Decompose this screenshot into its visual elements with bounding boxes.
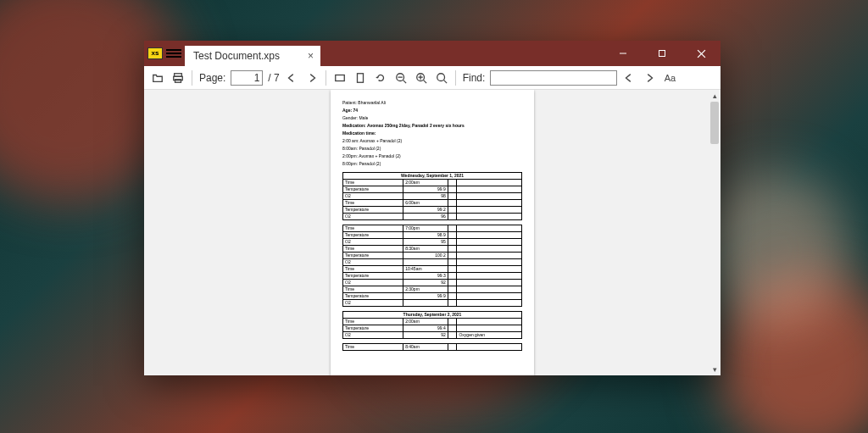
- document-page: Patient: Bhanwarilal Ali Age: 74 Gender:…: [331, 90, 534, 375]
- zoom-actual-icon[interactable]: [433, 69, 450, 86]
- titlebar: xs Test Document.xps ×: [144, 41, 721, 66]
- print-icon[interactable]: [170, 69, 186, 86]
- match-case-icon[interactable]: Aa: [661, 69, 678, 86]
- open-icon[interactable]: [149, 69, 166, 86]
- toolbar: Page: 1 / 7 Find:: [144, 66, 721, 90]
- toolbar-divider: [326, 70, 326, 86]
- gender-line: Gender: Male: [342, 115, 522, 121]
- zoom-out-icon[interactable]: [392, 69, 409, 86]
- window-controls: [604, 41, 721, 66]
- next-page-icon[interactable]: [303, 69, 320, 86]
- page-total: / 7: [268, 72, 279, 84]
- minimize-button[interactable]: [604, 41, 643, 66]
- svg-line-10: [403, 80, 406, 83]
- vitals-table: Wednesday, September 1, 2021 Time2:00am …: [342, 172, 522, 351]
- med-t1: 2:00 am: Avomax + Panadol (2): [342, 138, 522, 144]
- app-icon: xs: [147, 47, 163, 59]
- page-label: Page:: [199, 72, 225, 84]
- tab-close-icon[interactable]: ×: [308, 50, 314, 62]
- document-viewport: ▴ ▾ Patient: Bhanwarilal Ali Age: 74 Gen…: [144, 90, 721, 375]
- page-number-input[interactable]: 1: [231, 70, 263, 86]
- find-label: Find:: [463, 72, 486, 84]
- toolbar-divider: [455, 70, 456, 86]
- medication-line: Medication: Avomax 250mg 2/day, Panadol …: [342, 123, 522, 129]
- prev-page-icon[interactable]: [283, 69, 300, 86]
- med-t4: 8:00pm: Panadol (2): [342, 161, 522, 167]
- svg-point-16: [437, 73, 444, 80]
- toolbar-divider: [192, 70, 192, 86]
- fit-page-icon[interactable]: [352, 69, 369, 86]
- svg-rect-1: [659, 51, 665, 57]
- med-t3: 2:00pm: Avomax + Panadol (2): [342, 153, 522, 159]
- hamburger-icon[interactable]: [166, 41, 181, 66]
- scroll-down-icon[interactable]: ▾: [713, 365, 717, 374]
- med-time-label: Medication time:: [342, 130, 522, 136]
- find-input[interactable]: [490, 70, 617, 86]
- fit-width-icon[interactable]: [331, 69, 348, 86]
- find-next-icon[interactable]: [641, 69, 658, 86]
- document-tab[interactable]: Test Document.xps ×: [185, 46, 320, 66]
- scroll-up-icon[interactable]: ▴: [713, 92, 717, 100]
- svg-rect-8: [357, 73, 363, 82]
- maximize-button[interactable]: [643, 41, 682, 66]
- svg-rect-7: [335, 75, 344, 80]
- find-prev-icon[interactable]: [620, 69, 637, 86]
- close-button[interactable]: [682, 41, 721, 66]
- zoom-in-icon[interactable]: [413, 69, 430, 86]
- age-line: Age: 74: [342, 108, 522, 114]
- rotate-icon[interactable]: [372, 69, 389, 86]
- svg-line-13: [423, 80, 426, 83]
- xps-viewer-window: xs Test Document.xps × Page:: [144, 41, 721, 375]
- svg-line-17: [443, 80, 447, 83]
- patient-line: Patient: Bhanwarilal Ali: [342, 100, 522, 106]
- scrollbar-thumb[interactable]: [710, 102, 719, 144]
- svg-rect-6: [175, 79, 181, 82]
- tab-title: Test Document.xps: [193, 50, 280, 62]
- med-t2: 8:00am: Panadol (2): [342, 146, 522, 152]
